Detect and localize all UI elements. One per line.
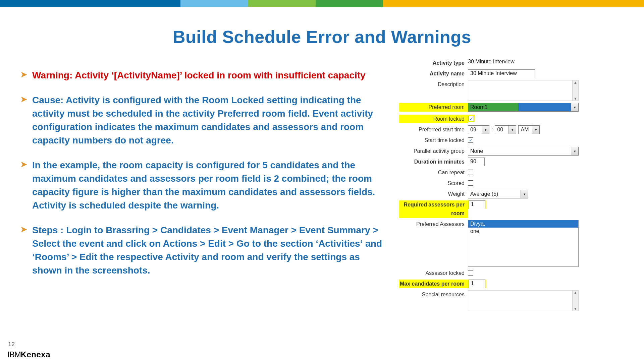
- start-hour-select[interactable]: 09▾: [468, 125, 489, 134]
- label-can-repeat: Can repeat: [399, 168, 468, 177]
- row-preferred-assessors: Preferred Assessors Divya, one,: [399, 220, 594, 267]
- parallel-group-select[interactable]: None ▾: [468, 147, 579, 156]
- label-preferred-room: Preferred room: [399, 103, 468, 112]
- label-max-candidates: Max candidates per room: [399, 280, 468, 288]
- row-duration: Duration in minutes 90: [399, 158, 594, 166]
- label-activity-name: Activity name: [399, 69, 468, 78]
- top-color-band: [0, 0, 644, 7]
- label-start-time-locked: Start time locked: [399, 136, 468, 145]
- duration-input[interactable]: 90: [468, 158, 485, 166]
- bullet-text: In the example, the room capacity is con…: [32, 159, 386, 212]
- required-assessors-input[interactable]: 1: [469, 200, 485, 209]
- row-weight: Weight Average (5) ▾: [399, 190, 594, 198]
- activity-name-input[interactable]: 30 Minute Interview: [468, 69, 535, 78]
- chevron-down-icon[interactable]: ▾: [482, 126, 489, 134]
- scrollbar-icon[interactable]: [572, 80, 578, 101]
- logo-kenexa: Kenexa: [21, 350, 50, 359]
- row-special-resources: Special resources: [399, 290, 594, 311]
- label-description: Description: [399, 80, 468, 89]
- slide: Build Schedule Error and Warnings ➤ Warn…: [0, 0, 644, 362]
- weight-select[interactable]: Average (5) ▾: [468, 190, 528, 198]
- label-preferred-start-time: Preferred start time: [399, 125, 468, 134]
- bullet-text: Warning: Activity ‘[ActivityName]’ locke…: [32, 69, 366, 82]
- ibm-kenexa-logo: IBMKenexa: [7, 350, 50, 359]
- activity-form: Activity type 30 Minute Interview Activi…: [399, 59, 594, 313]
- preferred-room-select[interactable]: Room1 ▾: [468, 103, 579, 112]
- description-textarea[interactable]: [468, 80, 579, 101]
- bullet-example: ➤ In the example, the room capacity is c…: [20, 159, 386, 212]
- page-number: 12: [8, 341, 15, 348]
- value-activity-type: 30 Minute Interview: [468, 59, 594, 67]
- row-parallel-group: Parallel activity group None ▾: [399, 147, 594, 156]
- special-resources-textarea[interactable]: [468, 290, 579, 311]
- time-separator: :: [491, 127, 493, 133]
- row-room-locked: Room locked: [399, 115, 594, 123]
- bullet-text: Cause: Activity is configured with the R…: [32, 94, 386, 147]
- row-preferred-start-time: Preferred start time 09▾ : 00▾ AM▾: [399, 125, 594, 134]
- label-duration: Duration in minutes: [399, 158, 468, 166]
- can-repeat-checkbox[interactable]: [468, 170, 473, 175]
- preferred-room-value: Room1: [468, 103, 519, 111]
- row-scored: Scored: [399, 179, 594, 188]
- label-required-assessors: Required assessors per room: [399, 200, 468, 218]
- room-locked-checkbox[interactable]: [469, 116, 474, 121]
- label-activity-type: Activity type: [399, 59, 468, 67]
- label-special-resources: Special resources: [399, 290, 468, 299]
- row-assessor-locked: Assessor locked: [399, 269, 594, 278]
- bullet-text: Steps : Login to Brassring > Candidates …: [32, 224, 386, 277]
- label-room-locked: Room locked: [399, 115, 468, 123]
- label-preferred-assessors: Preferred Assessors: [399, 220, 468, 229]
- chevron-down-icon[interactable]: ▾: [571, 147, 578, 155]
- start-time-locked-checkbox[interactable]: [468, 137, 473, 143]
- list-item[interactable]: one,: [468, 228, 578, 235]
- row-can-repeat: Can repeat: [399, 168, 594, 177]
- row-max-candidates: Max candidates per room 1: [399, 280, 594, 288]
- chevron-right-icon: ➤: [20, 159, 28, 212]
- chevron-right-icon: ➤: [20, 224, 28, 277]
- chevron-down-icon[interactable]: ▾: [508, 126, 516, 134]
- bullet-list: ➤ Warning: Activity ‘[ActivityName]’ loc…: [20, 69, 386, 289]
- chevron-right-icon: ➤: [20, 94, 28, 147]
- max-candidates-input[interactable]: 1: [469, 280, 485, 288]
- chevron-down-icon[interactable]: ▾: [521, 190, 528, 198]
- label-scored: Scored: [399, 179, 468, 188]
- bullet-steps: ➤ Steps : Login to Brassring > Candidate…: [20, 224, 386, 277]
- label-assessor-locked: Assessor locked: [399, 269, 468, 278]
- assessor-locked-checkbox[interactable]: [468, 270, 473, 276]
- row-start-time-locked: Start time locked: [399, 136, 594, 145]
- page-title: Build Schedule Error and Warnings: [0, 27, 644, 47]
- start-ampm-select[interactable]: AM▾: [518, 125, 540, 134]
- row-activity-type: Activity type 30 Minute Interview: [399, 59, 594, 67]
- row-preferred-room: Preferred room Room1 ▾: [399, 103, 594, 113]
- preferred-assessors-listbox[interactable]: Divya, one,: [468, 220, 579, 267]
- chevron-down-icon[interactable]: ▾: [571, 103, 578, 111]
- bullet-warning: ➤ Warning: Activity ‘[ActivityName]’ loc…: [20, 69, 386, 82]
- label-parallel-group: Parallel activity group: [399, 147, 468, 156]
- row-required-assessors: Required assessors per room 1: [399, 200, 594, 218]
- chevron-down-icon[interactable]: ▾: [532, 126, 539, 134]
- chevron-right-icon: ➤: [20, 69, 28, 82]
- row-activity-name: Activity name 30 Minute Interview: [399, 69, 594, 78]
- row-description: Description: [399, 80, 594, 101]
- start-minute-select[interactable]: 00▾: [495, 125, 516, 134]
- scored-checkbox[interactable]: [468, 180, 473, 186]
- label-weight: Weight: [399, 190, 468, 198]
- bullet-cause: ➤ Cause: Activity is configured with the…: [20, 94, 386, 147]
- list-item[interactable]: Divya,: [468, 220, 578, 228]
- scrollbar-icon[interactable]: [572, 291, 578, 311]
- logo-ibm: IBM: [7, 350, 21, 359]
